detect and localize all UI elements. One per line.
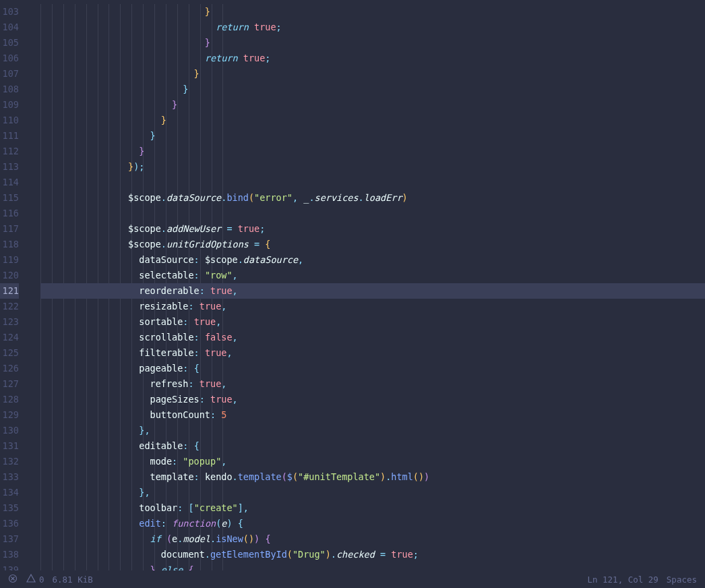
line-number[interactable]: 135	[0, 500, 19, 516]
line-number[interactable]: 113	[0, 159, 19, 175]
cursor-position[interactable]: Ln 121, Col 29	[583, 575, 662, 585]
line-number[interactable]: 115	[0, 190, 19, 206]
code-line[interactable]	[40, 206, 705, 221]
code-line[interactable]: }	[40, 35, 705, 51]
code-line[interactable]: }	[40, 128, 705, 144]
file-size[interactable]: 6.81 KiB	[49, 575, 97, 585]
code-content[interactable]: } return true; } return true; } } }	[40, 4, 705, 570]
code-line[interactable]: template: kendo.template($("#unitTemplat…	[40, 469, 705, 485]
code-line[interactable]: },	[40, 423, 705, 438]
problems-errors[interactable]	[4, 574, 22, 585]
line-number[interactable]: 105	[0, 35, 19, 51]
line-number[interactable]: 111	[0, 128, 19, 144]
code-line[interactable]: scrollable: false,	[40, 330, 705, 345]
code-line[interactable]: }	[40, 4, 705, 20]
line-number[interactable]: 104	[0, 20, 19, 35]
line-number[interactable]: 129	[0, 407, 19, 423]
error-count: 0	[39, 575, 44, 585]
line-number[interactable]: 108	[0, 82, 19, 97]
line-number[interactable]: 136	[0, 516, 19, 531]
code-line[interactable]: selectable: "row",	[40, 268, 705, 283]
code-line[interactable]: }	[40, 82, 705, 97]
line-number[interactable]: 134	[0, 485, 19, 500]
line-number[interactable]: 124	[0, 330, 19, 345]
code-line[interactable]: sortable: true,	[40, 314, 705, 330]
line-number[interactable]: 103	[0, 4, 19, 20]
code-line[interactable]: reorderable: true,	[40, 283, 705, 299]
line-number[interactable]: 131	[0, 438, 19, 454]
warning-icon	[26, 573, 36, 586]
code-line[interactable]: });	[40, 159, 705, 175]
line-number[interactable]: 121	[0, 283, 19, 299]
status-bar: 0 6.81 KiB Ln 121, Col 29 Spaces	[0, 570, 705, 588]
folding-column[interactable]	[22, 4, 40, 570]
line-number[interactable]: 106	[0, 51, 19, 66]
line-number[interactable]: 120	[0, 268, 19, 283]
code-line[interactable]: }	[40, 144, 705, 159]
line-number[interactable]: 119	[0, 252, 19, 268]
line-number[interactable]: 117	[0, 221, 19, 237]
code-line[interactable]: return true;	[40, 20, 705, 35]
code-line[interactable]: filterable: true,	[40, 345, 705, 361]
line-number[interactable]: 133	[0, 469, 19, 485]
code-line[interactable]: pageable: {	[40, 361, 705, 376]
code-line[interactable]: $scope.unitGridOptions = {	[40, 237, 705, 252]
code-line[interactable]: if (e.model.isNew()) {	[40, 531, 705, 547]
code-editor[interactable]: 1031041051061071081091101111121131141151…	[0, 4, 705, 570]
code-line[interactable]: }	[40, 113, 705, 128]
line-number-gutter[interactable]: 1031041051061071081091101111121131141151…	[0, 4, 22, 570]
line-number[interactable]: 137	[0, 531, 19, 547]
line-number[interactable]: 138	[0, 547, 19, 562]
code-line[interactable]: },	[40, 485, 705, 500]
code-line[interactable]: mode: "popup",	[40, 454, 705, 469]
line-number[interactable]: 114	[0, 175, 19, 190]
code-line[interactable]: pageSizes: true,	[40, 392, 705, 407]
line-number[interactable]: 132	[0, 454, 19, 469]
code-line[interactable]: toolbar: ["create"],	[40, 500, 705, 516]
line-number[interactable]: 126	[0, 361, 19, 376]
line-number[interactable]: 125	[0, 345, 19, 361]
code-line[interactable]: }	[40, 97, 705, 113]
line-number[interactable]: 110	[0, 113, 19, 128]
line-number[interactable]: 109	[0, 97, 19, 113]
code-line[interactable]: $scope.dataSource.bind("error", _.servic…	[40, 190, 705, 206]
problems-warnings[interactable]: 0	[22, 573, 49, 586]
line-number[interactable]: 122	[0, 299, 19, 314]
code-line[interactable]: editable: {	[40, 438, 705, 454]
line-number[interactable]: 128	[0, 392, 19, 407]
code-line[interactable]: }	[40, 66, 705, 82]
code-line[interactable]: dataSource: $scope.dataSource,	[40, 252, 705, 268]
code-line[interactable]: buttonCount: 5	[40, 407, 705, 423]
line-number[interactable]: 107	[0, 66, 19, 82]
error-icon	[8, 574, 18, 585]
code-line[interactable]	[40, 175, 705, 190]
code-line[interactable]: refresh: true,	[40, 376, 705, 392]
line-number[interactable]: 123	[0, 314, 19, 330]
code-line[interactable]: edit: function(e) {	[40, 516, 705, 531]
indentation[interactable]: Spaces	[663, 575, 701, 585]
line-number[interactable]: 130	[0, 423, 19, 438]
code-line[interactable]: document.getElementById("Drug").checked …	[40, 547, 705, 562]
line-number[interactable]: 112	[0, 144, 19, 159]
line-number[interactable]: 118	[0, 237, 19, 252]
line-number[interactable]: 127	[0, 376, 19, 392]
line-number[interactable]: 116	[0, 206, 19, 221]
code-line[interactable]: $scope.addNewUser = true;	[40, 221, 705, 237]
code-line[interactable]: return true;	[40, 51, 705, 66]
code-line[interactable]: resizable: true,	[40, 299, 705, 314]
